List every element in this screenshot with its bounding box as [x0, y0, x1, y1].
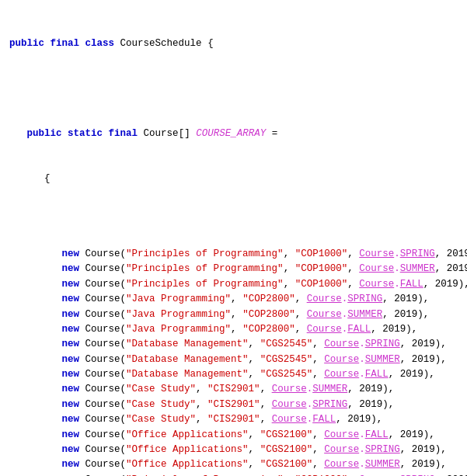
course-line-15: new Course("Principles of Programming", … — [0, 473, 467, 476]
line-2 — [0, 82, 467, 96]
course-line-2: new Course("Principles of Programming", … — [0, 277, 467, 292]
line-1: public final class CourseSchedule { — [0, 36, 467, 51]
course-line-12: new Course("Office Applications", "CGS21… — [0, 428, 467, 443]
code-container: public final class CourseSchedule { publ… — [0, 0, 467, 476]
course-line-7: new Course("Database Management", "CGS25… — [0, 353, 467, 367]
line-3: public static final Course[] COURSE_ARRA… — [0, 127, 467, 141]
course-line-10: new Course("Case Study", "CIS2901", Cour… — [0, 398, 467, 412]
course-line-6: new Course("Database Management", "CGS25… — [0, 337, 467, 352]
course-line-1: new Course("Principles of Programming", … — [0, 262, 467, 276]
course-line-8: new Course("Database Management", "CGS25… — [0, 367, 467, 382]
course-line-0: new Course("Principles of Programming", … — [0, 247, 467, 262]
line-4: { — [0, 172, 467, 186]
course-rows: new Course("Principles of Programming", … — [0, 247, 467, 476]
course-line-13: new Course("Office Applications", "CGS21… — [0, 443, 467, 457]
course-line-14: new Course("Office Applications", "CGS21… — [0, 457, 467, 472]
course-line-3: new Course("Java Programming", "COP2800"… — [0, 292, 467, 307]
course-line-9: new Course("Case Study", "CIS2901", Cour… — [0, 382, 467, 397]
course-line-4: new Course("Java Programming", "COP2800"… — [0, 307, 467, 322]
course-line-11: new Course("Case Study", "CIS2901", Cour… — [0, 412, 467, 427]
course-line-5: new Course("Java Programming", "COP2800"… — [0, 322, 467, 337]
